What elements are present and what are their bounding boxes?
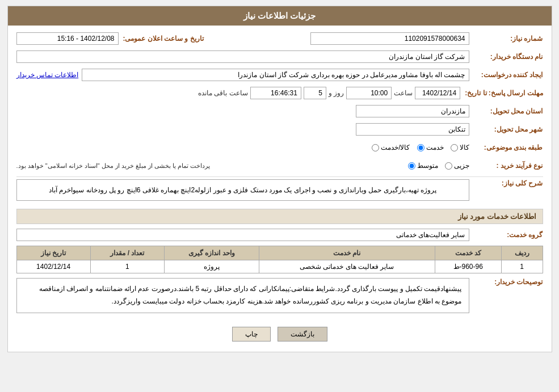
radio-motovaset-input[interactable] — [408, 162, 415, 170]
cell-vahed: پروژه — [164, 260, 259, 273]
radio-khadamat[interactable]: خدمت — [417, 144, 444, 151]
roz-field: 5 — [304, 87, 326, 99]
noeFarayand-radio-group: متوسط جزيی — [408, 162, 469, 170]
services-table: رديف کد خدمت نام خدمت واحد اندازه گيری ت… — [16, 246, 543, 273]
radio-jozi[interactable]: جزيی — [445, 162, 469, 170]
radio-kala-label: کالا — [460, 144, 469, 151]
back-button[interactable]: بازگشت — [278, 327, 327, 342]
print-button[interactable]: چاپ — [232, 327, 271, 342]
col-kodKhadamat: کد خدمت — [435, 246, 501, 260]
cell-tedad: 1 — [90, 260, 164, 273]
table-row: 1 960-96-ط سایر فعالیت های خدماتی شخصی پ… — [16, 260, 543, 273]
noeFarayand-label: نوع فرآيند خريد : — [469, 162, 543, 170]
saet-field: 10:00 — [346, 87, 392, 99]
col-tarikh: تاريخ نياز — [16, 246, 90, 260]
radio-khadamat-label: خدمت — [426, 144, 444, 151]
col-vahed: واحد اندازه گيری — [164, 246, 259, 260]
ejadKonande-field: چشمت اله باوفا مشاور مديرعامل در حوزه به… — [82, 69, 469, 81]
page-title: جزئيات اطلاعات نياز — [8, 6, 552, 26]
radio-kala[interactable]: کالا — [451, 144, 469, 151]
tarikh-elan-field: 1402/12/08 - 15:16 — [16, 32, 119, 45]
notes-label: توصيحات خريدار: — [469, 278, 543, 286]
ostan-field: مازندران — [356, 105, 469, 117]
atelaat-link[interactable]: اطلاعات تماس خريدار — [16, 71, 79, 79]
namDastgah-label: نام دستگاه خريدار: — [469, 53, 543, 61]
tarighe-radio-group: کالا/خدمت خدمت کالا — [372, 144, 469, 151]
saet-label: ساعت — [394, 89, 413, 97]
bottom-buttons: بازگشت چاپ — [16, 321, 543, 346]
shahr-label: شهر محل تحويل: — [469, 125, 543, 133]
radio-motovaset-label: متوسط — [417, 162, 438, 170]
tarighe-label: طبقه بندی موضوعی: — [469, 144, 543, 151]
notes-text: پيشنهادقيمت تکميل و پيوست بارگذاری گردد.… — [16, 278, 469, 313]
radio-jozi-label: جزيی — [454, 162, 469, 170]
cell-namKhadamat: سایر فعالیت های خدماتی شخصی — [259, 260, 435, 273]
radio-kala-input[interactable] — [451, 144, 458, 151]
radio-kala-khadamat-input[interactable] — [372, 144, 379, 151]
sharh-label: شرح کلی نياز: — [469, 179, 543, 187]
shomareNiaz-field: 1102091578000634 — [310, 32, 469, 45]
gorohe-label: گروه خدمت: — [469, 231, 543, 239]
cell-tarikh: 1402/12/14 — [16, 260, 90, 273]
date-field: 1402/12/14 — [415, 87, 460, 99]
sharh-text: پروژه تهيه،بارگيری حمل وباراندازی و نصب … — [16, 179, 469, 201]
shomareNiaz-label: شماره نياز: — [469, 35, 543, 43]
mohlat-label: مهلت ارسال پاسخ: تا تاريخ: — [460, 89, 543, 97]
cell-kodKhadamat: 960-96-ط — [435, 260, 501, 273]
cell-radif: 1 — [501, 260, 543, 273]
radio-kala-khadamat[interactable]: کالا/خدمت — [372, 144, 410, 151]
ejadKonande-label: ايجاد کننده درخواست: — [469, 71, 543, 79]
radio-motovaset[interactable]: متوسط — [408, 162, 438, 170]
col-namKhadamat: نام خدمت — [259, 246, 435, 260]
radio-jozi-input[interactable] — [445, 162, 452, 170]
col-tedad: تعداد / مقدار — [90, 246, 164, 260]
radio-khadamat-input[interactable] — [417, 144, 424, 151]
remaining-field: 16:46:31 — [250, 87, 301, 99]
tarikh-elan-label: تاريخ و ساعت اعلان عمومی: — [119, 35, 204, 43]
roz-label: روز و — [329, 89, 344, 97]
remaining-label: ساعت باقی مانده — [198, 89, 248, 97]
namDastgah-field: شرکت گاز استان مازندران — [16, 50, 469, 63]
radio-note: پرداخت تمام يا بخشی از مبلغ خريد از محل … — [16, 162, 211, 170]
shahr-field: تنكابن — [356, 123, 469, 136]
khadamat-section-header: اطلاعات خدمات مورد نياز — [16, 209, 543, 224]
radio-kala-khadamat-label: کالا/خدمت — [381, 144, 410, 151]
gorohe-field: ساير فعاليت‌های خدماتی — [16, 229, 469, 241]
ostan-label: استان محل تحويل: — [469, 107, 543, 115]
col-radif: رديف — [501, 246, 543, 260]
